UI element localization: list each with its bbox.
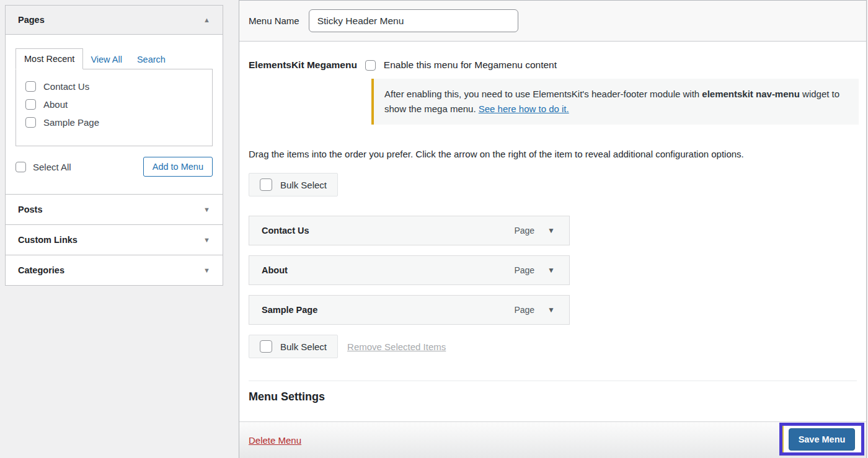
megamenu-warning-notice: After enabling this, you need to use Ele… bbox=[371, 79, 859, 125]
bulk-select-bottom[interactable]: Bulk Select bbox=[249, 335, 338, 358]
menu-name-bar: Menu Name bbox=[239, 1, 866, 42]
remove-selected-items-link[interactable]: Remove Selected Items bbox=[347, 341, 446, 352]
tab-search[interactable]: Search bbox=[130, 50, 173, 69]
add-menu-items-sidebar: Pages ▲ Most Recent View All Search Cont… bbox=[5, 5, 223, 286]
accordion-posts-header[interactable]: Posts ▼ bbox=[6, 194, 223, 224]
expand-arrow-icon[interactable]: ▼ bbox=[203, 237, 210, 244]
page-checklist-label: Contact Us bbox=[43, 81, 89, 92]
accordion-pages-header[interactable]: Pages ▲ bbox=[6, 6, 223, 35]
page-checklist-item[interactable]: Contact Us bbox=[25, 77, 203, 95]
categories-section-title: Categories bbox=[18, 265, 64, 275]
pages-section-content: Most Recent View All Search Contact Us A… bbox=[6, 35, 223, 194]
tab-most-recent[interactable]: Most Recent bbox=[16, 48, 83, 69]
page-checkbox-contact-us[interactable] bbox=[25, 81, 36, 92]
expand-arrow-icon[interactable]: ▼ bbox=[203, 206, 210, 213]
menu-item-title: Contact Us bbox=[262, 226, 514, 236]
page-checklist-item[interactable]: About bbox=[25, 95, 203, 113]
megamenu-checkbox-label: Enable this menu for Megamenu content bbox=[384, 59, 557, 71]
menu-editor-panel: Menu Name ElementsKit Megamenu Enable th… bbox=[239, 0, 867, 458]
pages-tabs: Most Recent View All Search bbox=[16, 48, 213, 69]
menu-item-title: Sample Page bbox=[262, 305, 514, 315]
menu-item-dropdown-arrow-icon[interactable]: ▼ bbox=[547, 266, 555, 275]
megamenu-row: ElementsKit Megamenu Enable this menu fo… bbox=[249, 59, 857, 71]
page-checklist-label: Sample Page bbox=[43, 117, 99, 128]
menu-item-contact-us[interactable]: Contact Us Page ▼ bbox=[249, 216, 570, 245]
bulk-select-top-label: Bulk Select bbox=[280, 180, 327, 190]
menu-item-dropdown-arrow-icon[interactable]: ▼ bbox=[547, 306, 555, 314]
bulk-select-top-checkbox[interactable] bbox=[260, 178, 272, 191]
select-all-checkbox[interactable] bbox=[16, 162, 26, 172]
notice-text-before: After enabling this, you need to use Ele… bbox=[384, 89, 702, 99]
menu-name-label: Menu Name bbox=[249, 15, 299, 26]
accordion-custom-links-header[interactable]: Custom Links ▼ bbox=[6, 224, 223, 255]
megamenu-field-label: ElementsKit Megamenu bbox=[249, 59, 357, 71]
add-to-menu-button[interactable]: Add to Menu bbox=[143, 157, 213, 177]
tab-view-all[interactable]: View All bbox=[83, 50, 130, 69]
custom-links-section-title: Custom Links bbox=[18, 235, 78, 245]
expand-arrow-icon[interactable]: ▼ bbox=[203, 267, 210, 274]
accordion-categories-header[interactable]: Categories ▼ bbox=[6, 255, 223, 285]
menu-settings-divider bbox=[249, 381, 857, 381]
menu-settings-heading: Menu Settings bbox=[249, 390, 857, 403]
see-how-link[interactable]: See here how to do it. bbox=[479, 103, 569, 114]
bulk-select-bottom-label: Bulk Select bbox=[280, 341, 327, 352]
bulk-actions-row: Bulk Select Remove Selected Items bbox=[249, 335, 857, 358]
publishing-actions-bar: Delete Menu Save Menu bbox=[239, 421, 866, 458]
menu-items-list: Contact Us Page ▼ About Page ▼ Sample Pa… bbox=[249, 216, 570, 325]
menu-editor-body: ElementsKit Megamenu Enable this menu fo… bbox=[239, 42, 866, 403]
drag-instruction-text: Drag the items into the order you prefer… bbox=[249, 149, 857, 159]
select-all-label: Select All bbox=[33, 162, 71, 172]
save-menu-button[interactable]: Save Menu bbox=[789, 428, 856, 451]
notice-bold-text: elementskit nav-menu bbox=[702, 89, 800, 99]
menu-name-input[interactable] bbox=[309, 9, 518, 32]
collapse-arrow-icon[interactable]: ▲ bbox=[203, 17, 210, 24]
menu-item-about[interactable]: About Page ▼ bbox=[249, 255, 570, 285]
pages-checklist: Contact Us About Sample Page bbox=[16, 69, 213, 146]
menu-item-dropdown-arrow-icon[interactable]: ▼ bbox=[547, 226, 555, 235]
menu-item-sample-page[interactable]: Sample Page Page ▼ bbox=[249, 295, 570, 325]
menu-item-type-badge: Page bbox=[514, 226, 534, 236]
page-checklist-item[interactable]: Sample Page bbox=[25, 113, 203, 131]
megamenu-enable-checkbox[interactable] bbox=[365, 60, 376, 71]
select-all-control[interactable]: Select All bbox=[16, 162, 71, 172]
menu-item-title: About bbox=[262, 265, 514, 275]
menu-item-type-badge: Page bbox=[514, 305, 534, 315]
menu-item-type-badge: Page bbox=[514, 265, 534, 275]
posts-section-title: Posts bbox=[18, 205, 43, 214]
bulk-select-bottom-checkbox[interactable] bbox=[260, 340, 272, 353]
bulk-select-top[interactable]: Bulk Select bbox=[249, 173, 338, 196]
pages-section-title: Pages bbox=[18, 15, 45, 25]
delete-menu-link[interactable]: Delete Menu bbox=[249, 435, 301, 446]
add-to-menu-row: Select All Add to Menu bbox=[16, 157, 213, 177]
page-checklist-label: About bbox=[43, 99, 68, 110]
page-checkbox-about[interactable] bbox=[25, 99, 36, 110]
page-checkbox-sample-page[interactable] bbox=[25, 117, 36, 128]
save-menu-highlight-box: Save Menu bbox=[779, 423, 864, 456]
